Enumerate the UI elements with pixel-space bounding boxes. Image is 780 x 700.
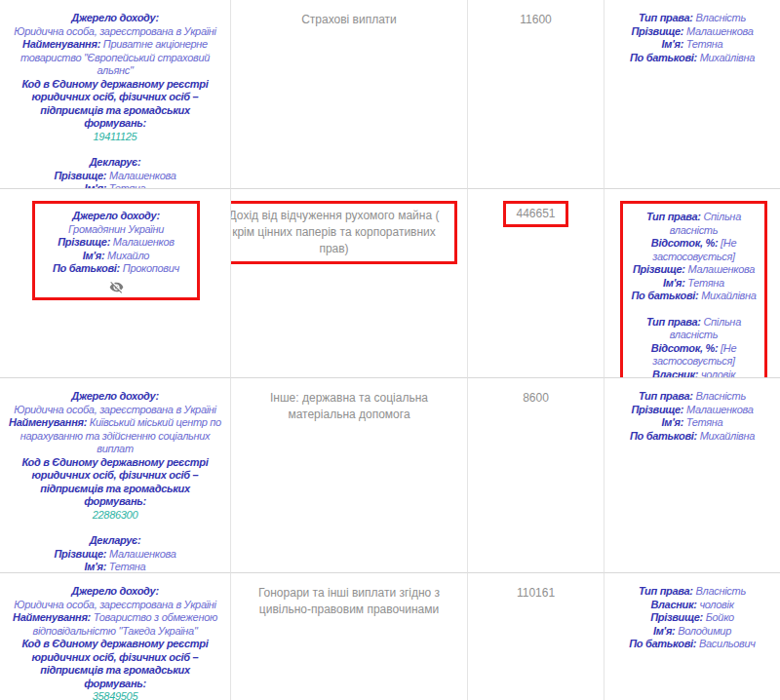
visibility-off-icon[interactable] [39,280,193,294]
rights-block: Тип права: Спільна власністьВідсоток, %:… [625,316,762,379]
field-value: Юридична особа, зареєстрована в Україні [14,599,216,610]
field-line: По батькові: Васильович [613,638,771,651]
income-amount-cell: 110161 [468,573,604,700]
field-label: Код в Єдиному державному реєстрі юридичн… [22,456,209,508]
field-value: Власність [693,585,746,597]
field-label: Найменування: [22,38,100,50]
field-line: 35849505 [9,690,221,700]
field-label: Власник: [652,369,698,379]
field-value: Малашенкова [106,548,176,560]
field-line: Тип права: Власність [613,12,771,25]
field-line: Декларує: [9,534,221,548]
field-line: Тип права: Власність [613,390,771,404]
field-label: Ім'я: [663,277,684,289]
income-amount-value: 110161 [517,586,555,600]
field-value: чоловік [697,599,734,610]
income-amount-value: 8600 [523,391,549,405]
highlight-box-amount: 446651 [503,201,567,227]
edrpou-code[interactable]: 35849505 [9,690,221,700]
field-line: Юридична особа, зареєстрована в Україні [9,599,221,612]
field-line: Тип права: Спільна власність [625,316,762,342]
field-line: Прізвище: Малашенкова [613,25,771,39]
highlight-box-income-type: Дохід від відчуження рухомого майна ( кр… [231,201,457,264]
income-amount-cell: 446651 [468,189,604,378]
field-line: Власник: чоловік [613,599,771,612]
field-line: Юридична особа, зареєстрована в Україні [9,25,221,39]
field-label: Джерело доходу: [71,12,159,23]
field-line: Код в Єдиному державному реєстрі юридичн… [9,456,221,509]
field-line: Громадянин України [39,223,193,237]
ownership-rights-cell: Тип права: ВласністьПрізвище: Малашенков… [604,0,780,189]
field-value: Юридична особа, зареєстрована в Україні [14,404,216,415]
declaration-table: Джерело доходу:Юридична особа, зареєстро… [0,0,780,700]
income-source-cell: Джерело доходу:Юридична особа, зареєстро… [0,573,231,700]
field-value: Тетяна [685,277,724,289]
field-value: Володимир [675,625,731,637]
field-line: Найменування: Приватне акціонерне товари… [9,38,221,78]
field-label: По батькові: [630,430,697,442]
income-type-text: Страхові виплати [245,12,453,28]
field-line: Ім'я: Тетяна [625,277,762,291]
field-value: Прокопович [120,262,179,274]
field-line: Ім'я: Тетяна [613,38,771,52]
field-label: Код в Єдиному державному реєстрі юридичн… [22,638,209,689]
field-line: Прізвище: Малашенкова [9,170,221,183]
field-value: Тетяна [683,416,722,428]
highlight-box-rights: Тип права: Спільна власністьВідсоток, %:… [620,201,767,378]
income-source-cell: Джерело доходу:Громадянин УкраїниПрізвищ… [0,189,231,378]
field-line: Прізвище: Малашенкова [613,404,771,417]
field-label: Код в Єдиному державному реєстрі юридичн… [22,78,209,130]
field-line: Код в Єдиному державному реєстрі юридичн… [9,638,221,690]
rights-block: Тип права: ВласністьПрізвище: Малашенков… [613,390,771,443]
field-line: Прізвище: Малашенков [39,236,193,250]
field-label: Тип права: [639,12,693,23]
field-value: Власність [693,12,746,23]
income-type-text: Гонорари та інші виплати згідно з цивіль… [245,585,453,618]
field-line: Джерело доходу: [9,12,221,25]
income-type-cell: Інше: державна та соціальна матеріальна … [231,378,468,573]
income-source-cell: Джерело доходу:Юридична особа, зареєстро… [0,378,231,573]
field-label: По батькові: [630,52,697,63]
field-label: Декларує: [90,534,141,546]
field-label: Ім'я: [85,561,106,572]
field-value: Юридична особа, зареєстрована в Україні [14,25,216,37]
field-label: Ім'я: [83,250,104,261]
edrpou-code[interactable]: 19411125 [9,131,221,144]
field-line: Власник: чоловік [625,369,762,379]
field-label: Тип права: [639,390,693,402]
income-source-cell: Джерело доходу:Юридична особа, зареєстро… [0,0,231,189]
field-line: Відсоток, %: [Не застосовується] [625,342,762,369]
income-type-cell: Дохід від відчуження рухомого майна ( кр… [231,189,468,378]
field-value: Михайлівна [697,430,755,442]
field-value: Тетяна [106,182,145,189]
highlight-box-source: Джерело доходу:Громадянин УкраїниПрізвищ… [32,201,200,300]
field-line: Ім'я: Тетяна [9,182,221,189]
field-value: Тетяна [106,561,145,572]
income-type-text: Дохід від відчуження рухомого майна ( кр… [231,208,447,257]
income-amount-cell: 8600 [468,378,604,573]
field-label: Найменування: [9,416,87,428]
field-label: По батькові: [53,262,120,274]
field-label: Ім'я: [653,625,675,637]
field-label: Джерело доходу: [72,210,160,221]
field-value: Малашенкова [683,404,753,415]
field-line: Джерело доходу: [9,390,221,404]
field-label: Ім'я: [662,38,683,50]
field-line: Прізвище: Малашенкова [9,548,221,562]
ownership-rights-cell: Тип права: Спільна власністьВідсоток, %:… [604,189,780,378]
field-label: Джерело доходу: [71,585,159,597]
field-line: 19411125 [9,131,221,144]
field-label: Прізвище: [650,611,703,623]
field-label: Джерело доходу: [71,390,159,402]
field-value: Малашенкова [685,263,755,275]
field-label: Відсоток, %: [651,237,719,249]
field-line: Код в Єдиному державному реєстрі юридичн… [9,78,221,131]
income-amount-value: 11600 [520,13,551,26]
field-line: Найменування: Київський міський центр по… [9,416,221,456]
field-line: 22886300 [9,509,221,523]
field-line: Джерело доходу: [9,585,221,599]
edrpou-code[interactable]: 22886300 [9,509,221,523]
field-line: Тип права: Власність [613,585,771,599]
blank-line [625,303,762,316]
field-line: Юридична особа, зареєстрована в Україні [9,404,221,417]
